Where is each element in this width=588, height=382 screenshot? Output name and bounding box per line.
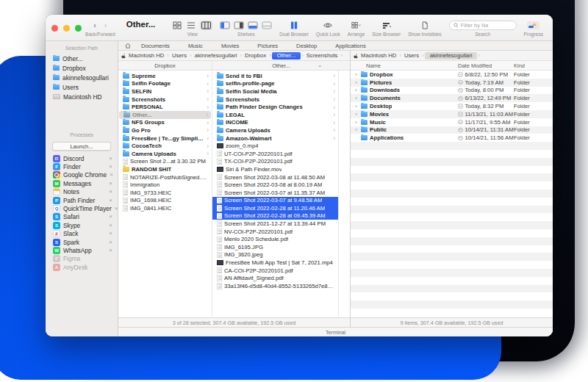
launch-button[interactable]: Launch... (52, 142, 111, 151)
file-row[interactable]: NOTARIZE-PostNubSigned.pdf (118, 173, 212, 181)
arrange-icon[interactable] (351, 21, 362, 29)
close-process-icon[interactable]: × (109, 248, 112, 253)
file-row[interactable]: Screen Shot 2022-03-08 at 11.48.50 AM (212, 173, 338, 181)
close-process-icon[interactable]: × (109, 231, 112, 237)
process-item[interactable]: PPath Finder× (46, 196, 118, 204)
file-row[interactable]: INCOME› (212, 119, 338, 127)
icon-view-columns[interactable] (200, 21, 212, 30)
close-process-icon[interactable]: × (109, 214, 112, 220)
breadcrumb-item[interactable]: Screenshots (304, 52, 340, 59)
file-row[interactable]: Screen Shot 2...at 3.30.32 PM (118, 158, 212, 166)
file-row[interactable]: zoom_0.mp4 (212, 142, 338, 150)
table-row[interactable]: ›Dropbox6/8/22, 12:50 PMFolder (351, 71, 553, 79)
table-row[interactable]: ›DesktopToday, 8:32 PMFolder (351, 102, 553, 110)
process-item[interactable]: SSpark× (46, 238, 118, 246)
back-button[interactable]: ‹ (91, 21, 98, 29)
forward-button[interactable]: › (102, 21, 110, 29)
minimize-window-button[interactable] (63, 25, 70, 32)
chevron-down-icon[interactable]: ⌄ (318, 62, 322, 68)
close-window-button[interactable] (51, 25, 58, 32)
close-process-icon[interactable]: × (115, 206, 118, 212)
size-browser-icon[interactable] (381, 21, 392, 29)
disclosure-chevron-icon[interactable]: › (354, 111, 359, 118)
show-invisibles-doc-icon[interactable] (420, 21, 430, 29)
breadcrumb-item[interactable]: Macintosh HD (359, 52, 398, 59)
file-row[interactable]: Selfin Social Media› (212, 87, 338, 96)
column-header-dropbox[interactable]: Dropbox (118, 61, 212, 70)
search-input[interactable]: Filter by Na (449, 21, 517, 30)
file-row[interactable]: 33a13f46-d5d8-40d4-8552-5133265d7e8a.jpg (212, 282, 338, 290)
file-row[interactable]: Go Pro› (118, 126, 212, 134)
file-row[interactable]: Supreme› (118, 72, 212, 80)
file-row[interactable]: Path Finder Design Changes› (212, 103, 338, 111)
process-item[interactable]: SSkype× (46, 221, 118, 229)
file-row[interactable]: RANDOM SHIT (118, 165, 212, 173)
close-process-icon[interactable]: × (109, 198, 112, 203)
process-item[interactable]: AAnyDesk (46, 263, 118, 271)
tab-desktop[interactable]: Desktop (287, 43, 326, 49)
table-header-kind[interactable]: Kind (514, 62, 553, 69)
breadcrumb-item[interactable]: Macintosh HD (126, 52, 166, 59)
file-row[interactable]: Screen Shot 2022-02-28 at 09.45.39 AM (212, 212, 338, 220)
close-process-icon[interactable]: × (109, 181, 112, 187)
sidebar-selection-path-item[interactable]: Dropbox (46, 63, 118, 73)
file-row[interactable]: Screen Shot 2021-12-27 at 13.39.44 PM (212, 220, 338, 228)
quick-look-eye-icon[interactable] (323, 21, 333, 29)
file-row[interactable]: selfin-profile-page› (212, 80, 338, 88)
file-row[interactable]: CocoaTech› (118, 142, 212, 150)
file-row[interactable]: Screen Shot 2022-03-07 at 11.35.37 AM (212, 189, 338, 197)
file-row[interactable]: Camera Uploads› (118, 150, 212, 158)
close-process-icon[interactable]: × (109, 156, 112, 162)
breadcrumb-item[interactable]: Other... (272, 52, 301, 60)
icon-view-list[interactable] (186, 21, 196, 29)
file-row[interactable]: Amazon-Walmart› (212, 134, 338, 143)
table-row[interactable]: Applications10/14/21, 11:56 AMFolder (351, 134, 553, 142)
close-process-icon[interactable]: × (109, 189, 112, 195)
file-row[interactable]: IMG_6195.JPG (212, 243, 338, 251)
file-row[interactable]: Immigration (118, 181, 212, 189)
close-process-icon[interactable]: × (110, 172, 113, 178)
file-row[interactable]: Screen Shot 2022-03-08 at 8.00.19 AM (212, 181, 338, 189)
icon-shelf-bottom[interactable] (248, 21, 258, 29)
table-row[interactable]: ›Music11/17/21, 9:55 AMFolder (351, 118, 553, 126)
disclosure-chevron-icon[interactable]: › (354, 79, 359, 86)
disclosure-chevron-icon[interactable]: › (354, 71, 359, 78)
process-item[interactable]: QQuickTime Player× (46, 204, 118, 212)
file-row[interactable]: FreesBee | Te...gy Simplified› (118, 134, 212, 143)
sidebar-selection-path-item[interactable]: Users (46, 82, 118, 92)
file-row[interactable]: IMG_1698.HEIC (118, 197, 212, 205)
process-item[interactable]: WWhatsApp× (46, 246, 118, 254)
close-process-icon[interactable]: × (109, 239, 112, 245)
disclosure-chevron-icon[interactable]: › (354, 87, 359, 93)
file-row[interactable]: Selfin Footage› (118, 80, 212, 88)
file-row[interactable]: NV-COI-P2P-20220101.pdf (212, 228, 338, 236)
tab-documents[interactable]: Documents (132, 43, 179, 49)
file-row[interactable]: Send it to FBI› (212, 72, 338, 80)
process-item[interactable]: Notes× (46, 188, 118, 196)
file-row[interactable]: LEGAL› (212, 111, 338, 119)
tab-music[interactable]: Music (179, 43, 212, 49)
file-row[interactable]: Screen Shot 2022-03-07 at 9.48.58 AM (212, 197, 338, 205)
file-row[interactable]: Screenshots› (212, 96, 338, 104)
process-item[interactable]: MMessages× (46, 179, 118, 187)
dual-browser-icon[interactable] (289, 21, 299, 29)
table-header-name[interactable]: Name (351, 62, 458, 69)
disclosure-chevron-icon[interactable]: › (354, 95, 359, 101)
scrollbar-strip[interactable] (339, 71, 350, 317)
table-header-date[interactable]: Date Modified (458, 62, 514, 69)
table-row[interactable]: ›Public10/14/21, 11:31 AMFolder (351, 126, 553, 134)
process-item[interactable]: FFigma (46, 255, 118, 263)
table-row[interactable]: ›PicturesToday, 7:19 AMFolder (351, 79, 553, 87)
file-row[interactable]: AN Affidavit_Signed.pdf (212, 274, 338, 282)
breadcrumb-item[interactable]: Dropbox (243, 52, 268, 59)
sidebar-selection-path-item[interactable]: Other... (46, 54, 118, 63)
tab-movies[interactable]: Movies (212, 43, 248, 49)
file-row[interactable]: Screenshots› (118, 96, 212, 104)
process-item[interactable]: #Slack× (46, 230, 118, 238)
breadcrumb-item[interactable]: akinnefesogullari (425, 52, 478, 60)
file-row[interactable]: TX-COI-P2P-20220101.pdf (212, 158, 338, 166)
file-row[interactable]: SELFIN› (118, 87, 212, 96)
file-row[interactable]: NFS Groups› (118, 119, 212, 127)
sidebar-selection-path-item[interactable]: akinnefesogullari (46, 73, 118, 82)
disclosure-chevron-icon[interactable]: › (354, 119, 359, 126)
